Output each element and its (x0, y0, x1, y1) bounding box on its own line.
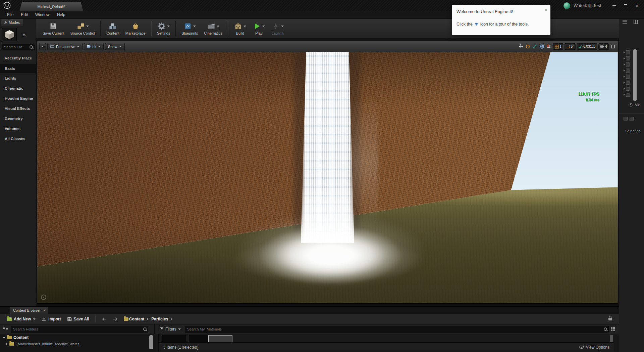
outliner-list-icon[interactable] (623, 20, 627, 24)
marketplace-button[interactable]: Marketplace (122, 21, 149, 36)
forward-arrow-icon (113, 317, 118, 321)
scene-mist (258, 228, 403, 289)
outliner-row[interactable] (624, 93, 630, 97)
sources-toggle-icon[interactable] (3, 327, 8, 331)
search-assets-input[interactable] (185, 326, 609, 333)
surface-snapping-icon[interactable] (546, 44, 552, 49)
details-empty-hint: Select an (625, 129, 641, 133)
dropdown-caret-icon (178, 328, 181, 330)
category-lights[interactable]: Lights (0, 73, 36, 83)
asset-thumbnail[interactable] (162, 335, 186, 342)
outliner-row[interactable] (624, 56, 630, 60)
search-folders-input[interactable] (11, 326, 148, 333)
asset-view[interactable] (159, 334, 614, 342)
outliner-row[interactable] (624, 62, 630, 67)
dropdown-caret-icon (281, 26, 284, 27)
breadcrumb-particles[interactable]: Particles (151, 317, 168, 321)
tree-root-content[interactable]: Content (0, 334, 158, 341)
close-button[interactable]: × (633, 2, 641, 9)
history-forward-button[interactable] (110, 315, 121, 323)
viewport-scene[interactable]: 119.97 FPS 8.34 ms (37, 52, 618, 303)
grid-snap-toggle[interactable]: 1 (553, 43, 563, 50)
asset-view-scrollbar[interactable] (610, 335, 613, 342)
outliner-row[interactable] (624, 87, 630, 91)
tutorial-cap-icon (474, 22, 479, 27)
save-current-button[interactable]: Save Current (40, 21, 67, 36)
save-all-button[interactable]: Save All (64, 315, 92, 323)
import-button[interactable]: Import (39, 315, 64, 323)
history-back-button[interactable] (99, 315, 110, 323)
tab-close-icon[interactable]: × (43, 308, 45, 312)
breadcrumb-content[interactable]: Content (129, 317, 144, 321)
category-all-classes[interactable]: All Classes (0, 134, 36, 144)
content-browser-tab[interactable]: Content Browser × (10, 307, 48, 314)
expand-caret-icon (624, 63, 625, 65)
place-mode-button[interactable] (2, 28, 17, 41)
blueprints-button[interactable]: Blueprints (178, 21, 201, 36)
rotate-tool-icon[interactable] (525, 44, 531, 49)
camera-speed-control[interactable]: 4 (598, 43, 609, 50)
source-control-button[interactable]: Source Control (67, 21, 98, 36)
category-cinematic[interactable]: Cinematic (0, 83, 36, 93)
level-tab[interactable]: Minimal_Default* (19, 2, 83, 11)
layout-icon[interactable] (634, 20, 638, 24)
show-flags-button[interactable]: Show (105, 43, 125, 50)
maximize-button[interactable] (621, 2, 630, 9)
expand-caret-icon[interactable] (6, 343, 8, 345)
modes-expand-chevrons-icon[interactable]: » (23, 32, 25, 38)
category-geometry[interactable]: Geometry (0, 114, 36, 124)
menu-help[interactable]: Help (53, 11, 69, 19)
tree-scrollbar[interactable] (149, 335, 153, 349)
outliner-row[interactable] (624, 81, 630, 85)
play-button[interactable]: Play (250, 21, 268, 36)
actor-icon (626, 62, 630, 67)
dropdown-caret-icon (41, 46, 44, 47)
category-basic[interactable]: Basic (0, 63, 36, 73)
viewport-options-button[interactable] (39, 43, 46, 50)
details-tool-icon[interactable] (624, 117, 628, 121)
view-options-button[interactable]: View Options (579, 345, 609, 350)
cinematics-button[interactable]: Cinematics (201, 21, 225, 36)
outliner-row[interactable] (624, 75, 630, 79)
category-recently-placed[interactable]: Recently Place (0, 53, 36, 63)
dropdown-caret-icon (244, 26, 246, 27)
breadcrumb-separator-icon[interactable] (147, 318, 149, 320)
content-button[interactable]: Content (103, 21, 122, 36)
expand-caret-icon (624, 88, 625, 90)
view-type-toggle-icon[interactable] (611, 327, 615, 331)
breadcrumb-separator-icon[interactable] (171, 318, 172, 320)
menu-edit[interactable]: Edit (17, 11, 32, 19)
dropdown-caret-icon (86, 26, 89, 27)
menu-file[interactable]: File (3, 11, 17, 19)
minimize-button[interactable] (610, 2, 619, 9)
launch-button[interactable]: Launch (268, 21, 287, 36)
category-houdini-engine[interactable]: Houdini Engine (0, 93, 36, 103)
filters-button[interactable]: Filters (157, 327, 183, 332)
lit-mode-button[interactable]: Lit (84, 43, 104, 50)
settings-button[interactable]: Settings (154, 21, 173, 36)
path-folder[interactable] (121, 315, 129, 323)
tree-child-folder[interactable]: _Marvelmaster_infinite_reactive_water_ (0, 341, 158, 347)
add-new-button[interactable]: Add New (4, 315, 39, 323)
category-volumes[interactable]: Volumes (0, 124, 36, 134)
menu-window[interactable]: Window (32, 11, 53, 19)
collapse-caret-icon[interactable] (3, 337, 5, 339)
rotation-snap-toggle[interactable]: 5° (565, 43, 576, 50)
outliner-row[interactable] (624, 69, 630, 73)
perspective-button[interactable]: Perspective (47, 43, 83, 50)
outliner-view-options[interactable]: Vie (629, 103, 640, 107)
outliner-scrollbar[interactable] (633, 49, 637, 101)
category-visual-effects[interactable]: Visual Effects (0, 103, 36, 114)
scale-snap-toggle[interactable]: 0.03125 (577, 43, 597, 50)
scale-tool-icon[interactable] (532, 44, 538, 49)
details-tool-icon[interactable] (630, 117, 634, 121)
world-local-space-icon[interactable] (539, 44, 545, 49)
modes-tab[interactable]: Modes (1, 19, 23, 26)
notification-close-icon[interactable]: × (545, 7, 547, 12)
lock-button[interactable] (608, 317, 612, 321)
asset-thumbnail-selected[interactable] (208, 335, 232, 342)
build-button[interactable]: Build (231, 21, 250, 36)
outliner-row[interactable] (624, 50, 630, 54)
maximize-viewport-icon[interactable] (610, 44, 616, 49)
translate-tool-icon[interactable] (518, 44, 524, 49)
